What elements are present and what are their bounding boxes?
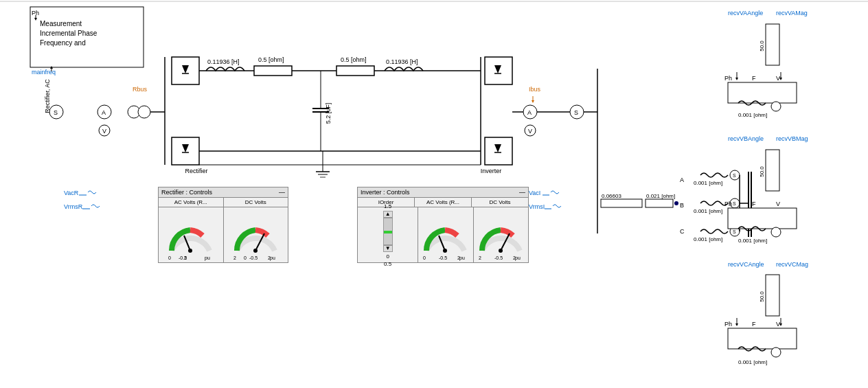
- svg-point-18: [138, 106, 150, 118]
- svg-point-81: [674, 201, 678, 205]
- svg-rect-124: [766, 275, 779, 316]
- svg-text:C: C: [680, 228, 685, 235]
- inverter-panel-title: Inverter : Controls —: [358, 187, 528, 198]
- svg-marker-130: [735, 323, 738, 326]
- svg-rect-51: [485, 137, 512, 165]
- svg-point-110: [771, 102, 781, 111]
- svg-text:V: V: [528, 128, 532, 135]
- svg-text:S: S: [733, 173, 736, 178]
- rectifier-minimize-btn[interactable]: —: [279, 189, 285, 196]
- svg-point-134: [771, 347, 781, 357]
- svg-text:VrmsR: VrmsR: [64, 203, 83, 210]
- iorder-max-label: 1.5: [384, 203, 391, 209]
- svg-text:0.001 [ohm]: 0.001 [ohm]: [694, 236, 722, 242]
- svg-text:0: 0: [168, 255, 171, 260]
- svg-text:0.001 [ohm]: 0.001 [ohm]: [694, 208, 722, 214]
- svg-text:0: 0: [244, 255, 247, 260]
- svg-text:0.5 [ohm]: 0.5 [ohm]: [258, 56, 284, 63]
- svg-text:Rectifier, AC: Rectifier, AC: [44, 79, 51, 113]
- svg-text:2: 2: [233, 255, 236, 260]
- svg-text:recvVCMag: recvVCMag: [776, 261, 808, 268]
- svg-point-156: [499, 249, 503, 253]
- rectifier-dc-gauge: 2 -0.5 2 0 pu: [224, 207, 288, 262]
- svg-text:recvVAMag: recvVAMag: [776, 10, 808, 16]
- svg-text:VrmsI: VrmsI: [529, 203, 545, 210]
- svg-text:Ph: Ph: [724, 75, 732, 82]
- svg-text:Ibus: Ibus: [529, 86, 541, 93]
- rectifier-controls-panel: Rectifier : Controls — AC Volts (R... DC…: [158, 187, 288, 263]
- svg-text:0.5 [ohm]: 0.5 [ohm]: [341, 56, 367, 63]
- svg-text:-0.5: -0.5: [249, 255, 258, 260]
- svg-text:50.0: 50.0: [759, 41, 765, 52]
- inverter-title-text: Inverter : Controls: [361, 189, 410, 196]
- svg-text:-0.5: -0.5: [439, 255, 447, 260]
- svg-text:50.0: 50.0: [759, 166, 765, 177]
- svg-text:0.001 [ohm]: 0.001 [ohm]: [738, 359, 767, 365]
- inverter-col2-header: AC Volts (R...: [415, 198, 472, 207]
- svg-text:0.021 [ohm]: 0.021 [ohm]: [646, 193, 675, 199]
- svg-text:pu: pu: [270, 255, 275, 261]
- svg-text:recvVAAngle: recvVAAngle: [728, 10, 763, 16]
- svg-text:S: S: [574, 109, 578, 116]
- slider-track[interactable]: [383, 218, 393, 245]
- svg-text:Ph: Ph: [724, 201, 732, 207]
- svg-text:F: F: [752, 75, 756, 82]
- svg-text:pu: pu: [515, 255, 521, 261]
- inverter-minimize-btn[interactable]: —: [519, 189, 525, 196]
- svg-text:S: S: [733, 201, 736, 206]
- svg-text:VacI: VacI: [529, 190, 540, 196]
- inverter-iorder-slider[interactable]: 1.5 ▲ ▼ 0 0.5: [358, 207, 418, 262]
- slider-down-btn[interactable]: ▼: [383, 245, 393, 252]
- svg-point-120: [771, 227, 781, 237]
- rectifier-col-headers: AC Volts (R... DC Volts: [159, 198, 288, 207]
- svg-text:Ph: Ph: [724, 321, 732, 328]
- svg-text:Rbus: Rbus: [133, 86, 148, 93]
- iorder-val-label: 0.5: [384, 261, 391, 267]
- svg-rect-37: [254, 66, 292, 76]
- svg-text:F: F: [752, 201, 756, 207]
- rectifier-title-text: Rectifier : Controls: [161, 189, 212, 196]
- svg-point-137: [188, 249, 192, 253]
- iorder-min-label: 0: [386, 253, 389, 260]
- svg-point-143: [253, 249, 258, 253]
- svg-text:pu: pu: [205, 255, 210, 261]
- svg-text:2: 2: [479, 255, 481, 260]
- inverter-controls-panel: Inverter : Controls — IOrder AC Volts (R…: [357, 187, 529, 263]
- svg-text:V: V: [776, 201, 780, 207]
- svg-text:S: S: [733, 229, 736, 234]
- svg-text:-0.5: -0.5: [179, 255, 187, 260]
- svg-text:V: V: [102, 128, 106, 135]
- inverter-panel-body: 1.5 ▲ ▼ 0 0.5 0 -0.: [358, 207, 528, 262]
- svg-point-150: [443, 249, 447, 253]
- svg-text:50.0: 50.0: [759, 291, 765, 302]
- svg-text:Frequency and: Frequency and: [40, 39, 86, 47]
- svg-text:0.001 [ohm]: 0.001 [ohm]: [738, 238, 767, 244]
- svg-text:A: A: [680, 176, 684, 183]
- svg-text:VacR: VacR: [64, 190, 79, 196]
- svg-rect-77: [601, 199, 642, 207]
- svg-text:0.06603: 0.06603: [602, 193, 621, 199]
- svg-text:-0.5: -0.5: [494, 255, 503, 260]
- svg-text:V: V: [776, 321, 780, 328]
- svg-rect-79: [646, 199, 673, 207]
- svg-text:0.001 [ohm]: 0.001 [ohm]: [738, 112, 767, 118]
- svg-rect-109: [728, 82, 797, 103]
- svg-text:S: S: [54, 109, 58, 116]
- svg-text:A: A: [527, 109, 532, 116]
- slider-up-btn[interactable]: ▲: [383, 211, 393, 218]
- svg-text:recvVCAngle: recvVCAngle: [728, 261, 764, 268]
- svg-rect-133: [728, 328, 797, 349]
- svg-rect-100: [766, 24, 779, 65]
- svg-text:0.11936 [H]: 0.11936 [H]: [386, 58, 418, 65]
- inverter-dc-gauge: 2 -0.5 2 pu: [474, 207, 528, 262]
- svg-text:Rectifier: Rectifier: [185, 168, 207, 174]
- rectifier-col1-header: AC Volts (R...: [159, 198, 224, 207]
- svg-text:F: F: [752, 321, 756, 328]
- svg-text:V: V: [776, 75, 780, 82]
- rectifier-ac-gauge: 0 2 pu -0.5: [159, 207, 224, 262]
- svg-text:A: A: [102, 109, 106, 116]
- svg-text:recvVBAngle: recvVBAngle: [728, 135, 764, 142]
- svg-text:B: B: [680, 202, 684, 209]
- svg-rect-114: [766, 150, 779, 191]
- rectifier-col2-header: DC Volts: [224, 198, 288, 207]
